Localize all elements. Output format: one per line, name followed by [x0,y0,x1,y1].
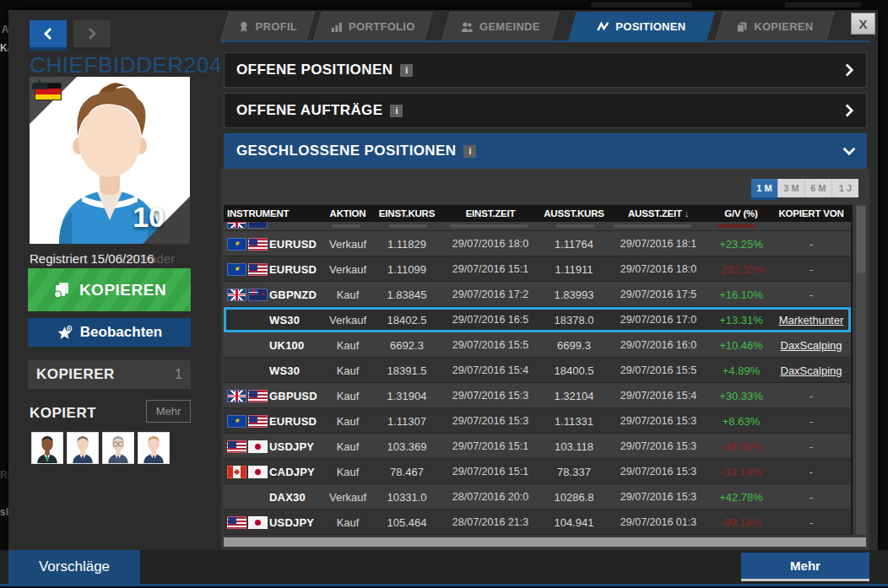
copied-from-link[interactable]: DaxScalping [781,339,842,352]
copied-trader-avatar[interactable] [67,432,99,464]
open-rate-cell: 105.464 [375,516,439,529]
open-time-cell: 29/07/2016 15:1 [439,440,542,452]
column-header-g-v-[interactable]: G/V (%) [711,208,772,218]
close-time-cell: 29/07/2016 15:5 [606,364,711,376]
close-time-cell: 29/07/2016 17:0 [606,314,711,326]
open-time-cell: 29/07/2016 15:4 [439,364,542,376]
table-row[interactable]: GBPNZDKauf1.8384529/07/2016 17:21.839932… [224,282,851,307]
action-cell: Kauf [321,289,375,301]
copied-more-button[interactable]: Mehr [146,400,191,423]
table-row[interactable]: WS30Kauf18391.529/07/2016 15:418400.529/… [224,358,851,383]
copied-from-link[interactable]: Markethunter [779,314,844,326]
bottom-bar: Vorschläge Mehr [0,550,888,584]
table-scrollbar[interactable] [856,205,866,535]
open-time-cell: 29/07/2016 18:0 [439,238,542,250]
column-header-instrument[interactable]: INSTRUMENT [224,208,321,218]
column-header-aktion[interactable]: AKTION [321,208,375,218]
panel-bottom-strip [224,537,866,547]
table-row-partial[interactable] [224,222,851,231]
copied-from-cell: - [772,491,851,504]
section-closed-positions[interactable]: GESCHLOSSENE POSITIONEN i [224,133,867,169]
forward-button[interactable] [73,20,111,51]
trader-level-badge: 10 [133,201,165,234]
column-header-einst-kurs[interactable]: EINST.KURS [375,208,439,218]
table-row-highlighted[interactable]: WS30Verkauf18402.529/07/2016 16:518378.0… [224,307,851,332]
period-filter: 1 M3 M6 M1 J [751,179,858,197]
column-header-ausst-kurs[interactable]: AUSST.KURS [542,208,606,218]
copied-trader-avatar[interactable] [138,432,170,464]
tab-positionen[interactable]: POSITIONEN [568,12,715,40]
period-button-1m[interactable]: 1 M [751,179,777,197]
close-rate-cell: 10286.8 [542,491,606,504]
gain-cell: +16.10% [711,289,772,301]
ribbon-icon [238,21,250,33]
copy-icon [736,21,748,33]
table-row[interactable]: CADJPYKauf78.46729/07/2016 15:178.33729/… [224,459,851,484]
copied-trader-avatar[interactable] [31,432,63,464]
chevron-down-icon [842,146,856,156]
column-header-ausst-zeit[interactable]: AUSST.ZEIT ↓ [606,208,711,218]
open-rate-cell: 1.83845 [375,289,439,301]
chevron-left-icon [42,27,54,40]
table-row[interactable]: DAX30Verkauf10331.028/07/2016 20:010286.… [224,484,851,510]
copy-trader-button[interactable]: KOPIEREN [28,268,191,311]
more-button[interactable]: Mehr [741,553,869,581]
action-cell: Kauf [321,415,375,428]
gain-cell: +30.33% [711,390,772,402]
action-cell: Verkauf [321,314,375,326]
table-row[interactable]: USDJPYKauf105.46428/07/2016 21:3104.9412… [224,510,851,535]
scrollbar-thumb[interactable] [857,207,865,272]
watch-button[interactable]: Beobachten [28,318,191,347]
suggestions-button[interactable]: Vorschläge [8,550,140,584]
copied-trader-avatar-illustration [68,433,98,463]
section-open-orders[interactable]: OFFENE AUFTRÄGE i [224,93,867,128]
period-button-1j[interactable]: 1 J [831,179,858,197]
action-cell: Verkauf [321,491,375,504]
table-row[interactable]: GBPUSDKauf1.3190429/07/2016 15:31.321042… [224,383,851,408]
tab-portfolio[interactable]: PORTFOLIO [313,12,433,40]
instrument-symbol: EURUSD [269,263,317,276]
copied-from-cell: - [772,440,851,453]
gain-cell: +42.78% [711,491,772,504]
action-cell: Kauf [321,390,375,402]
chevron-right-icon [844,104,854,117]
instrument-cell: WS30 [224,364,321,377]
back-button[interactable] [30,20,67,51]
instrument-cell: DAX30 [224,491,321,504]
info-icon[interactable]: i [400,64,413,77]
info-icon[interactable]: i [390,105,403,117]
open-rate-cell: 1.11307 [375,415,439,428]
instrument-symbol: EURUSD [269,415,317,428]
copied-trader-avatar[interactable] [102,432,134,464]
period-button-3m[interactable]: 3 M [777,179,804,197]
table-row[interactable]: USDJPYKauf103.36929/07/2016 15:1103.1182… [224,434,851,459]
close-button[interactable]: X [851,13,875,35]
copied-from-cell: - [772,263,851,276]
instrument-cell: EURUSD [224,238,321,251]
tab-gemeinde[interactable]: GEMEINDE [441,12,560,40]
table-row[interactable]: EURUSDKauf1.1130729/07/2016 15:31.113312… [224,408,851,434]
close-rate-cell: 78.337 [542,466,606,478]
open-rate-cell: 1.11099 [375,263,439,276]
table-row[interactable]: EURUSDVerkauf1.1182929/07/2016 18:01.117… [224,231,851,256]
table-row[interactable]: EURUSDVerkauf1.1109929/07/2016 15:11.119… [224,256,851,282]
tab-profil[interactable]: PROFIL [220,12,315,40]
open-rate-cell: 6692.3 [375,339,439,352]
flag-gb-icon [227,390,246,402]
column-header-kopiert-von[interactable]: KOPIERT VON [772,208,851,218]
trader-avatar[interactable]: 10 [30,77,190,244]
copied-from-link[interactable]: DaxScalping [781,364,842,377]
main-panel: PROFIL PORTFOLIO GEMEINDE POSITIONEN KOP… [221,10,869,550]
open-rate-cell: 18391.5 [375,364,439,377]
closed-positions-panel: 1 M3 M6 M1 J INSTRUMENTAKTIONEINST.KURSE… [221,169,869,550]
flag-nz-icon [248,289,268,301]
copied-from-cell: - [772,516,851,529]
open-time-cell: 28/07/2016 20:0 [439,491,542,503]
tab-kopieren[interactable]: KOPIEREN [715,12,835,40]
column-header-einst-zeit[interactable]: EINST.ZEIT [439,208,542,218]
table-row[interactable]: UK100Kauf6692.329/07/2016 15:56699.329/0… [224,332,851,358]
section-open-positions[interactable]: OFFENE POSITIONEN i [224,52,867,88]
period-button-6m[interactable]: 6 M [804,179,831,197]
flag-us-icon [248,415,268,428]
info-icon[interactable]: i [463,145,476,158]
